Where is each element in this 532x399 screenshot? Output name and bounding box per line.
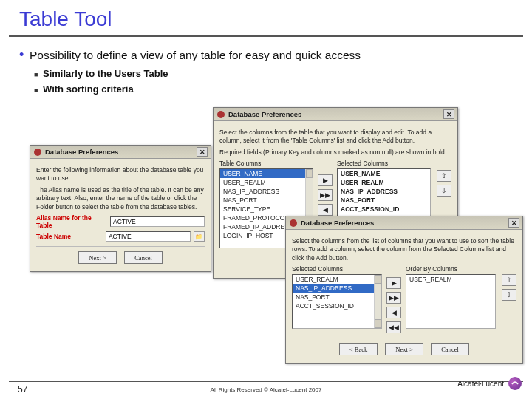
help-text: The Alias name is used as the title of t… [36, 186, 205, 211]
copyright-text: All Rights Reserved © Alcatel-Lucent 200… [0, 386, 532, 393]
move-up-button[interactable]: ⇧ [437, 170, 451, 182]
button-row: < Back Next > Cancel [292, 338, 516, 358]
brand-logo: Alcatel·Lucent [457, 377, 522, 390]
gear-icon [289, 219, 298, 228]
folder-button[interactable]: 📁 [194, 231, 205, 242]
table-name-label: Table Name [36, 233, 103, 240]
column-picker: Selected Columns USER_REALM NAS_IP_ADDRE… [292, 265, 516, 333]
svg-point-3 [220, 113, 222, 115]
field-row-table: Table Name 📁 [36, 231, 205, 242]
add-button[interactable]: ▶ [318, 174, 332, 186]
titlebar-text: Database Preferences [228, 110, 301, 118]
page-number: 57 [18, 384, 27, 395]
next-button[interactable]: Next > [385, 343, 423, 355]
left-panel: Selected Columns USER_REALM NAS_IP_ADDRE… [292, 265, 382, 329]
cancel-button[interactable]: Cancel [124, 251, 163, 264]
list-item[interactable]: USER_REALM [293, 275, 381, 284]
footer: 57 All Rights Reserved © Alcatel-Lucent … [0, 381, 532, 393]
list-item[interactable]: NAS_PORT [220, 196, 313, 205]
list-item[interactable]: NAS_PORT [293, 293, 381, 301]
alias-input[interactable] [110, 216, 205, 227]
list-item[interactable]: USER_NAME [220, 169, 313, 178]
orderby-columns-label: Order By Columns [406, 265, 496, 273]
alias-label: Alias Name for the Table [36, 214, 107, 229]
list-item[interactable]: USER_REALM [220, 178, 313, 187]
help-text: Select the columns from the table that y… [219, 129, 451, 146]
gear-icon [33, 148, 42, 157]
svg-point-1 [37, 151, 38, 152]
footer-rule [9, 381, 523, 382]
titlebar-text: Database Preferences [45, 148, 118, 156]
transfer-buttons: ▶ ▶▶ ◀ ◀◀ [386, 265, 401, 333]
dialog-content: Select the columns from the list of colu… [286, 230, 522, 363]
remove-button[interactable]: ◀ [386, 307, 401, 318]
dialog-alias: Database Preferences ✕ Enter the followi… [30, 145, 211, 272]
gear-icon [216, 110, 225, 119]
list-item[interactable]: USER_REALM [406, 275, 495, 284]
field-row-alias: Alias Name for the Table [36, 214, 205, 229]
list-item[interactable]: ACCT_SESSION_ID [338, 205, 430, 214]
button-row: Next > Cancel [36, 246, 205, 267]
scrollbar[interactable] [374, 275, 381, 328]
titlebar[interactable]: Database Preferences ✕ [286, 216, 522, 230]
list-item[interactable]: USER_NAME [338, 169, 430, 178]
list-item[interactable]: SERVICE_TYPE [220, 205, 313, 214]
dialog-orderby: Database Preferences ✕ Select the column… [285, 216, 523, 364]
reorder-buttons: ⇧ ⇩ [502, 265, 516, 301]
list-item[interactable]: USER_REALM [338, 178, 430, 187]
remove-all-button[interactable]: ◀◀ [386, 321, 401, 333]
close-icon[interactable]: ✕ [197, 147, 208, 157]
titlebar[interactable]: Database Preferences ✕ [30, 146, 211, 159]
close-icon[interactable]: ✕ [443, 109, 454, 119]
help-text: Select the columns from the list of colu… [292, 237, 516, 262]
brand-name: Alcatel·Lucent [457, 380, 504, 388]
list-item[interactable]: ACCT_SESSION_ID [293, 301, 381, 310]
next-button[interactable]: Next > [78, 251, 117, 264]
close-icon[interactable]: ✕ [508, 218, 519, 228]
table-columns-label: Table Columns [219, 160, 313, 167]
reorder-buttons: ⇧ ⇩ [437, 160, 451, 197]
titlebar[interactable]: Database Preferences ✕ [214, 108, 457, 121]
list-item[interactable]: NAS_IP_ADDRESS [220, 187, 313, 196]
list-item[interactable]: NAS_IP_ADDRESS [338, 187, 430, 196]
dialog-content: Enter the following information about th… [30, 159, 211, 271]
table-name-input[interactable] [106, 231, 191, 242]
list-item[interactable]: NAS_IP_ADDRESS [293, 284, 381, 293]
move-up-button[interactable]: ⇧ [502, 274, 516, 286]
back-button[interactable]: < Back [339, 343, 378, 355]
add-button[interactable]: ▶ [386, 277, 401, 289]
brand-mark-icon [508, 377, 522, 390]
move-down-button[interactable]: ⇩ [502, 289, 516, 301]
orderby-columns-listbox[interactable]: USER_REALM [406, 274, 496, 329]
add-all-button[interactable]: ▶▶ [318, 189, 332, 201]
selected-columns-label: Selected Columns [337, 160, 431, 167]
add-all-button[interactable]: ▶▶ [386, 292, 401, 304]
selected-columns-label: Selected Columns [292, 265, 382, 273]
cancel-button[interactable]: Cancel [431, 343, 469, 355]
dialogs-layer: Database Preferences ✕ Enter the followi… [0, 0, 532, 399]
remove-button[interactable]: ◀ [318, 204, 332, 216]
right-panel: Order By Columns USER_REALM [406, 265, 496, 329]
svg-point-5 [293, 222, 294, 223]
help-text: Enter the following information about th… [36, 166, 205, 183]
help-text: Required fields (Primary Key and columns… [219, 149, 451, 157]
slide: Table Tool Possibility to define a view … [0, 0, 532, 399]
titlebar-text: Database Preferences [301, 219, 374, 227]
selected-columns-listbox[interactable]: USER_REALM NAS_IP_ADDRESS NAS_PORT ACCT_… [292, 274, 382, 329]
list-item[interactable]: NAS_PORT [338, 196, 430, 205]
move-down-button[interactable]: ⇩ [437, 185, 451, 197]
